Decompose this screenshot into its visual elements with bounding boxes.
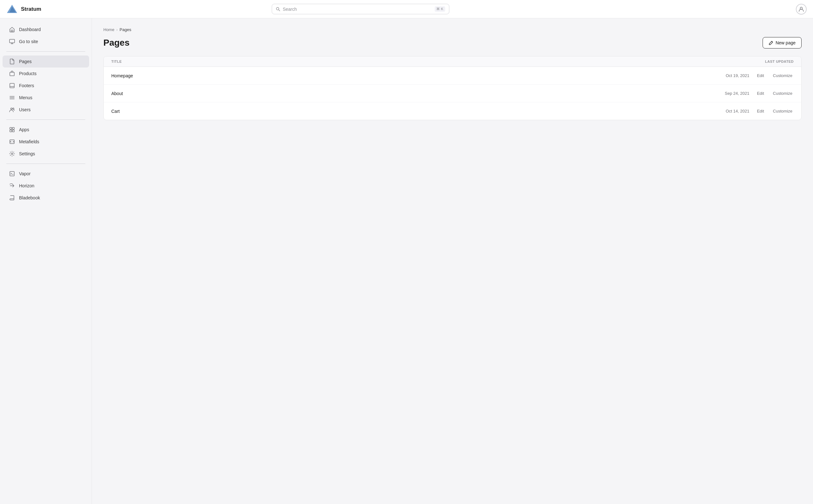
table-row[interactable]: About Sep 24, 2021 Edit Customize	[104, 85, 801, 102]
users-icon	[9, 107, 15, 113]
home-icon	[9, 26, 15, 33]
row-customize-about[interactable]: Customize	[772, 90, 794, 96]
row-title-cart: Cart	[111, 109, 120, 114]
sidebar-item-users[interactable]: Users	[3, 104, 89, 116]
sidebar-item-dashboard[interactable]: Dashboard	[3, 23, 89, 36]
breadcrumb: Home › Pages	[103, 27, 802, 32]
svg-point-22	[11, 153, 13, 155]
new-page-button-label: New page	[776, 40, 796, 45]
row-date-homepage: Oct 19, 2021	[714, 73, 749, 78]
sidebar-item-vapor[interactable]: Vapor	[3, 168, 89, 180]
sidebar-item-vapor-label: Vapor	[19, 171, 30, 176]
logo-title: Stratum	[21, 6, 41, 12]
sidebar-group-system: Apps Metafields	[0, 124, 92, 160]
sidebar-item-products-label: Products	[19, 71, 36, 76]
sidebar-item-metafields-label: Metafields	[19, 139, 39, 144]
sidebar-item-settings-label: Settings	[19, 151, 35, 156]
svg-rect-20	[12, 130, 14, 132]
header: Stratum Search ⌘ K	[0, 0, 813, 18]
page-header: Pages New page	[103, 37, 802, 48]
package-icon	[9, 70, 15, 77]
svg-point-16	[13, 108, 14, 109]
file-icon	[9, 58, 15, 65]
page-title: Pages	[103, 38, 130, 48]
sidebar-item-menus-label: Menus	[19, 95, 32, 100]
svg-rect-17	[10, 127, 12, 129]
row-customize-homepage[interactable]: Customize	[772, 73, 794, 79]
row-customize-cart[interactable]: Customize	[772, 108, 794, 114]
row-left-cart: Cart	[111, 109, 714, 114]
code-icon	[9, 139, 15, 145]
layout: Dashboard Go to site	[0, 18, 813, 504]
sidebar-item-pages[interactable]: Pages	[3, 55, 89, 68]
new-page-button[interactable]: New page	[763, 37, 802, 48]
sidebar-group-content: Pages Products Footers	[0, 55, 92, 116]
header-right	[796, 4, 807, 15]
grid-icon	[9, 126, 15, 133]
book-icon	[9, 195, 15, 201]
pages-table: TITLE LAST UPDATED Homepage Oct 19, 2021…	[103, 56, 802, 120]
search-bar[interactable]: Search ⌘ K	[272, 4, 449, 14]
sidebar-item-menus[interactable]: Menus	[3, 92, 89, 104]
table-header: TITLE LAST UPDATED	[104, 56, 801, 67]
svg-rect-9	[10, 72, 14, 76]
edit-icon	[769, 41, 773, 45]
logo-area: Stratum	[6, 3, 98, 15]
sidebar-item-dashboard-label: Dashboard	[19, 27, 41, 32]
search-shortcut: ⌘ K	[435, 6, 445, 12]
sidebar-item-horizon-label: Horizon	[19, 183, 34, 188]
svg-rect-10	[10, 83, 14, 88]
sidebar-item-footers-label: Footers	[19, 83, 34, 88]
sidebar-item-settings[interactable]: Settings	[3, 148, 89, 160]
sidebar: Dashboard Go to site	[0, 18, 92, 504]
svg-rect-18	[12, 127, 14, 129]
row-title-about: About	[111, 91, 123, 96]
row-left-about: About	[111, 91, 714, 96]
row-right-cart: Oct 14, 2021 Edit Customize	[714, 108, 794, 114]
sidebar-group-main: Dashboard Go to site	[0, 23, 92, 48]
sidebar-item-products[interactable]: Products	[3, 68, 89, 80]
row-date-about: Sep 24, 2021	[714, 91, 749, 96]
sidebar-item-pages-label: Pages	[19, 59, 32, 64]
row-title-homepage: Homepage	[111, 73, 133, 78]
search-placeholder: Search	[283, 7, 432, 12]
svg-rect-19	[10, 130, 12, 132]
monitor-icon	[9, 38, 15, 45]
breadcrumb-separator: ›	[116, 27, 118, 32]
table-row[interactable]: Cart Oct 14, 2021 Edit Customize	[104, 102, 801, 120]
breadcrumb-current: Pages	[120, 27, 131, 32]
svg-rect-5	[11, 30, 13, 32]
sidebar-item-go-to-site[interactable]: Go to site	[3, 36, 89, 48]
sidebar-divider-3	[6, 164, 85, 164]
row-edit-cart[interactable]: Edit	[756, 108, 765, 114]
svg-point-15	[11, 108, 12, 110]
breadcrumb-home[interactable]: Home	[103, 27, 114, 32]
sidebar-item-bladebook-label: Bladebook	[19, 195, 40, 200]
sidebar-item-metafields[interactable]: Metafields	[3, 136, 89, 148]
user-avatar[interactable]	[796, 4, 807, 15]
svg-rect-6	[10, 39, 15, 43]
svg-rect-23	[10, 171, 14, 176]
terminal-icon	[9, 171, 15, 177]
menu-icon	[9, 94, 15, 101]
sidebar-item-bladebook[interactable]: Bladebook	[3, 192, 89, 204]
table-row[interactable]: Homepage Oct 19, 2021 Edit Customize	[104, 67, 801, 85]
logo-icon	[6, 3, 18, 15]
layout-bottom-icon	[9, 82, 15, 89]
row-edit-about[interactable]: Edit	[756, 90, 765, 96]
sidebar-item-apps-label: Apps	[19, 127, 29, 132]
row-date-cart: Oct 14, 2021	[714, 109, 749, 113]
row-right-about: Sep 24, 2021 Edit Customize	[714, 90, 794, 96]
sidebar-item-users-label: Users	[19, 107, 31, 112]
sidebar-item-horizon[interactable]: Horizon	[3, 180, 89, 192]
sidebar-item-footers[interactable]: Footers	[3, 80, 89, 92]
sidebar-divider-1	[6, 51, 85, 52]
arrow-right-icon	[9, 183, 15, 189]
search-icon	[276, 7, 280, 11]
col-last-updated-header: LAST UPDATED	[765, 60, 794, 63]
col-title-header: TITLE	[111, 60, 765, 63]
row-edit-homepage[interactable]: Edit	[756, 73, 765, 79]
row-left-homepage: Homepage	[111, 73, 714, 78]
svg-line-3	[278, 10, 280, 11]
sidebar-item-apps[interactable]: Apps	[3, 124, 89, 136]
